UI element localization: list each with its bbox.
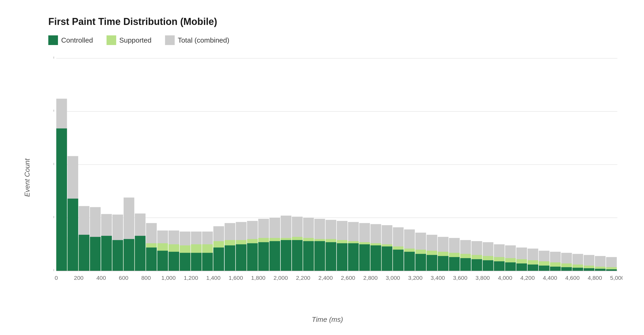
svg-rect-81 bbox=[314, 241, 325, 271]
chart-title: First Paint Time Distribution (Mobile) bbox=[48, 16, 623, 27]
svg-rect-150 bbox=[572, 268, 583, 271]
svg-text:5,000: 5,000 bbox=[610, 275, 623, 281]
svg-rect-123 bbox=[471, 259, 482, 271]
svg-rect-24 bbox=[101, 236, 112, 271]
svg-rect-66 bbox=[258, 242, 269, 271]
svg-rect-39 bbox=[157, 251, 168, 271]
svg-rect-54 bbox=[213, 248, 224, 271]
svg-rect-111 bbox=[427, 255, 437, 271]
chart-container: First Paint Time Distribution (Mobile) C… bbox=[0, 0, 644, 335]
legend-item-controlled: Controlled bbox=[48, 35, 93, 45]
svg-text:1,000: 1,000 bbox=[161, 275, 176, 281]
svg-rect-135 bbox=[516, 263, 527, 271]
svg-rect-45 bbox=[180, 253, 191, 271]
svg-rect-93 bbox=[359, 244, 370, 271]
svg-text:600: 600 bbox=[119, 275, 129, 281]
svg-rect-33 bbox=[135, 236, 145, 271]
svg-rect-63 bbox=[247, 243, 258, 271]
svg-rect-21 bbox=[90, 237, 101, 271]
svg-rect-78 bbox=[303, 241, 314, 271]
svg-rect-105 bbox=[404, 252, 415, 271]
x-axis-label: Time (ms) bbox=[312, 315, 343, 324]
svg-text:800: 800 bbox=[141, 275, 151, 281]
svg-rect-15 bbox=[68, 199, 78, 271]
svg-rect-87 bbox=[337, 243, 347, 271]
svg-rect-153 bbox=[584, 268, 594, 271]
svg-text:20,000: 20,000 bbox=[54, 56, 54, 61]
svg-text:1,600: 1,600 bbox=[229, 275, 243, 281]
svg-rect-60 bbox=[236, 244, 247, 271]
legend-item-total: Total (combined) bbox=[165, 35, 229, 45]
svg-text:4,400: 4,400 bbox=[543, 275, 557, 281]
svg-text:3,800: 3,800 bbox=[475, 275, 490, 281]
svg-rect-120 bbox=[460, 258, 471, 271]
svg-text:3,200: 3,200 bbox=[408, 275, 423, 281]
svg-rect-36 bbox=[146, 248, 157, 271]
legend-box-total bbox=[165, 35, 175, 45]
svg-rect-141 bbox=[539, 266, 550, 271]
svg-text:3,000: 3,000 bbox=[386, 275, 400, 281]
svg-rect-42 bbox=[169, 252, 179, 271]
legend-item-supported: Supported bbox=[107, 35, 152, 45]
legend-label-controlled: Controlled bbox=[61, 36, 93, 44]
svg-text:4,200: 4,200 bbox=[520, 275, 535, 281]
svg-rect-144 bbox=[550, 267, 561, 271]
svg-rect-126 bbox=[483, 260, 493, 271]
svg-text:4,800: 4,800 bbox=[588, 275, 602, 281]
svg-rect-102 bbox=[393, 250, 404, 271]
svg-text:15,000: 15,000 bbox=[54, 108, 54, 114]
svg-rect-69 bbox=[269, 241, 280, 271]
svg-text:10,000: 10,000 bbox=[54, 161, 54, 167]
svg-rect-129 bbox=[494, 261, 505, 271]
svg-text:2,200: 2,200 bbox=[296, 275, 310, 281]
legend-box-supported bbox=[107, 35, 116, 45]
svg-rect-72 bbox=[281, 240, 291, 271]
svg-rect-12 bbox=[56, 128, 67, 271]
svg-text:3,600: 3,600 bbox=[453, 275, 467, 281]
svg-rect-108 bbox=[415, 254, 426, 271]
svg-rect-156 bbox=[595, 269, 606, 271]
svg-rect-48 bbox=[191, 253, 202, 271]
svg-rect-75 bbox=[292, 240, 303, 271]
svg-text:5,000: 5,000 bbox=[54, 214, 54, 220]
svg-text:1,200: 1,200 bbox=[184, 275, 198, 281]
y-axis-label: Event Count bbox=[23, 158, 31, 197]
legend-label-total: Total (combined) bbox=[178, 36, 229, 44]
svg-rect-90 bbox=[348, 243, 359, 271]
legend-label-supported: Supported bbox=[119, 36, 152, 44]
svg-rect-96 bbox=[371, 245, 381, 271]
svg-rect-159 bbox=[606, 269, 617, 271]
legend: Controlled Supported Total (combined) bbox=[48, 35, 623, 45]
svg-rect-114 bbox=[438, 256, 448, 271]
svg-rect-132 bbox=[505, 262, 516, 271]
svg-text:2,600: 2,600 bbox=[341, 275, 355, 281]
svg-text:2,400: 2,400 bbox=[319, 275, 333, 281]
svg-rect-18 bbox=[79, 235, 89, 271]
svg-rect-27 bbox=[112, 240, 123, 271]
svg-text:400: 400 bbox=[96, 275, 106, 281]
svg-text:0: 0 bbox=[55, 275, 58, 281]
svg-rect-30 bbox=[124, 239, 134, 271]
grid-and-bars: 05,00010,00015,00020,00002004006008001,0… bbox=[54, 56, 623, 284]
svg-text:2,800: 2,800 bbox=[363, 275, 378, 281]
svg-rect-57 bbox=[225, 245, 235, 271]
svg-rect-117 bbox=[449, 257, 460, 271]
chart-area: Event Count Time (ms) 05,00010,00015,000… bbox=[32, 56, 623, 300]
svg-text:0: 0 bbox=[54, 267, 54, 273]
svg-text:4,600: 4,600 bbox=[565, 275, 580, 281]
legend-box-controlled bbox=[48, 35, 58, 45]
svg-text:4,000: 4,000 bbox=[498, 275, 513, 281]
svg-rect-138 bbox=[528, 265, 538, 271]
svg-text:3,400: 3,400 bbox=[431, 275, 445, 281]
svg-rect-147 bbox=[561, 267, 572, 271]
svg-text:1,800: 1,800 bbox=[251, 275, 266, 281]
svg-rect-84 bbox=[325, 242, 336, 271]
svg-text:1,400: 1,400 bbox=[206, 275, 221, 281]
svg-text:2,000: 2,000 bbox=[273, 275, 288, 281]
chart-svg: 05,00010,00015,00020,00002004006008001,0… bbox=[54, 56, 623, 284]
svg-rect-99 bbox=[382, 247, 392, 271]
svg-rect-51 bbox=[202, 253, 213, 271]
svg-text:200: 200 bbox=[74, 275, 84, 281]
